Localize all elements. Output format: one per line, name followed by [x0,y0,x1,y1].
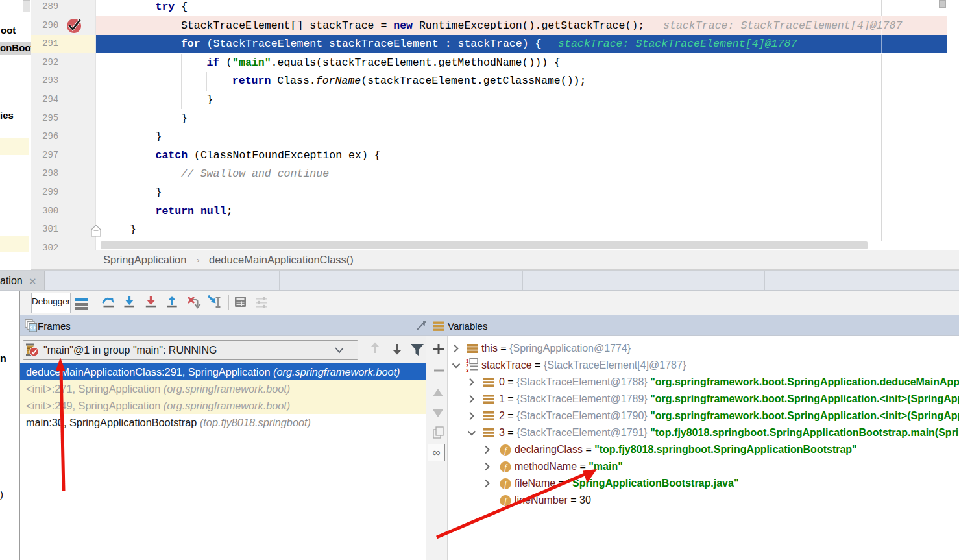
svg-text:3: 3 [466,367,469,373]
svg-text:∞: ∞ [432,446,440,459]
